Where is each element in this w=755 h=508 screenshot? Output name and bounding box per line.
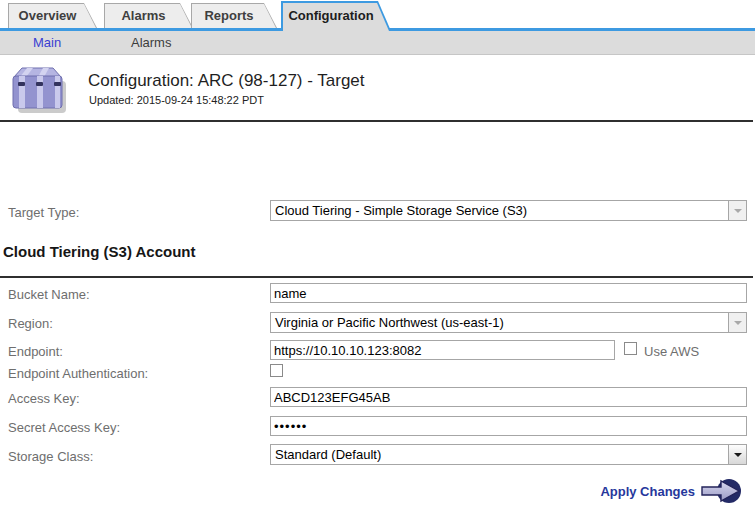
endpoint-authentication-label: Endpoint Authentication:: [8, 366, 148, 381]
access-key-input[interactable]: [270, 387, 747, 407]
secret-access-key-input[interactable]: [270, 416, 747, 436]
tab-configuration[interactable]: Configuration: [281, 1, 391, 31]
sub-nav-bar: Main Alarms: [0, 31, 755, 55]
endpoint-authentication-checkbox[interactable]: [270, 364, 283, 377]
chevron-down-icon: [734, 209, 742, 213]
archive-node-icon: [10, 63, 68, 117]
tab-configuration-label: Configuration: [283, 3, 389, 31]
region-select[interactable]: Virginia or Pacific Northwest (us-east-1…: [270, 312, 747, 333]
top-tab-strip: Overview Alarms Reports Configuration: [0, 0, 755, 31]
tab-reports[interactable]: Reports: [191, 3, 277, 28]
chevron-down-icon: [734, 321, 742, 325]
subnav-item-main[interactable]: Main: [33, 35, 61, 50]
target-type-value: Cloud Tiering - Simple Storage Service (…: [271, 201, 728, 220]
arc-target-configuration-page: Overview Alarms Reports Configuration Ma…: [0, 0, 755, 508]
storage-class-select[interactable]: Standard (Default): [270, 444, 747, 465]
chevron-down-icon: [734, 453, 742, 457]
page-updated-timestamp: Updated: 2015-09-24 15:48:22 PDT: [89, 94, 264, 106]
page-title: Configuration: ARC (98-127) - Target: [88, 71, 365, 91]
storage-class-dropdown-button[interactable]: [728, 445, 746, 464]
endpoint-label: Endpoint:: [8, 344, 63, 359]
arrow-sphere-icon: [700, 477, 742, 505]
secret-access-key-label: Secret Access Key:: [8, 420, 120, 435]
tab-alarms[interactable]: Alarms: [104, 3, 193, 28]
apply-changes-label: Apply Changes: [600, 484, 695, 499]
bucket-name-input[interactable]: [270, 283, 747, 303]
endpoint-input[interactable]: [270, 340, 615, 360]
use-aws-label: Use AWS: [644, 344, 699, 359]
bucket-name-label: Bucket Name:: [8, 287, 90, 302]
access-key-label: Access Key:: [8, 391, 80, 406]
target-type-select[interactable]: Cloud Tiering - Simple Storage Service (…: [270, 200, 747, 221]
section-divider: [0, 276, 753, 278]
use-aws-checkbox[interactable]: [624, 342, 637, 355]
tab-overview[interactable]: Overview: [8, 3, 97, 28]
subnav-item-alarms[interactable]: Alarms: [131, 35, 171, 50]
storage-class-value: Standard (Default): [271, 445, 728, 464]
tab-alarms-label: Alarms: [105, 4, 192, 28]
apply-changes-button[interactable]: Apply Changes: [600, 477, 742, 505]
storage-class-label: Storage Class:: [8, 449, 93, 464]
header-divider: [0, 120, 753, 122]
target-type-dropdown-button: [728, 201, 746, 220]
target-type-label: Target Type:: [8, 205, 79, 220]
region-label: Region:: [8, 316, 53, 331]
section-heading-cloud-tiering: Cloud Tiering (S3) Account: [3, 243, 196, 260]
region-dropdown-button: [728, 313, 746, 332]
region-value: Virginia or Pacific Northwest (us-east-1…: [271, 313, 728, 332]
tab-reports-label: Reports: [192, 4, 276, 28]
tab-overview-label: Overview: [9, 4, 96, 28]
